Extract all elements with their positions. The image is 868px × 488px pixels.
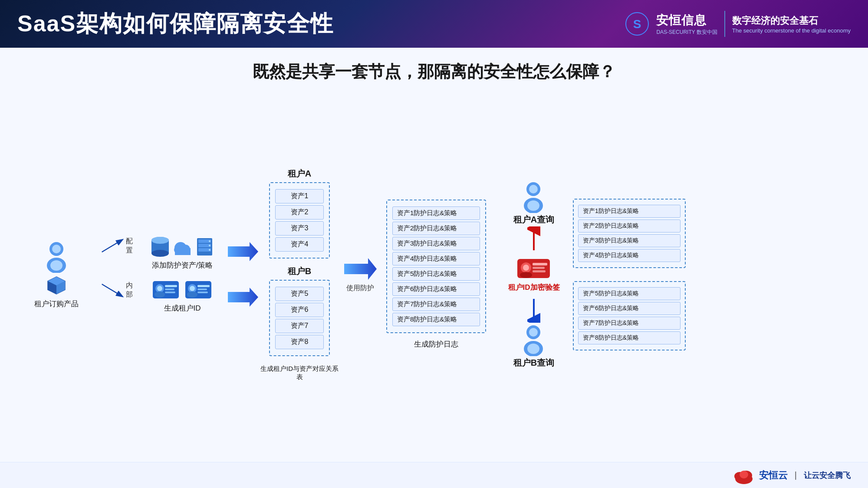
tenant-a-asset-3: 资产3 — [275, 221, 324, 236]
gen-mapping-label: 生成租户ID与资产对应关系表 — [260, 365, 339, 381]
arrow2-section: 使用防护 — [339, 256, 382, 293]
tenant-a-asset-4: 资产4 — [275, 237, 324, 252]
col-logs: 资产1防护日志&策略 资产2防护日志&策略 资产3防护日志&策略 资产4防护日志… — [382, 200, 490, 349]
tenant-b-query-box: 资产5防护日志&策略 资产6防护日志&策略 资产7防护日志&策略 资产8防护日志… — [573, 281, 686, 350]
server-icon — [195, 236, 214, 258]
svg-rect-35 — [165, 291, 175, 293]
up-red-arrow — [527, 226, 540, 252]
svg-rect-19 — [175, 248, 191, 255]
tenant-b-assets: 资产5 资产6 资产7 资产8 — [269, 280, 330, 356]
config-arrow-svg — [100, 237, 124, 255]
gen-log-label: 生成防护日志 — [414, 339, 458, 349]
diagram: 租户订购产品 配置 内部 — [13, 91, 859, 458]
logo-main-text: 安恒信息 — [656, 12, 707, 29]
tenant-a-query-item-2: 资产2防护日志&策略 — [578, 219, 681, 233]
tenant-b-query-item-2: 资产6防护日志&策略 — [578, 302, 681, 315]
gen-id-label: 生成租户ID — [164, 303, 201, 313]
tenant-a-query-label: 租户A查询 — [513, 214, 554, 226]
svg-point-29 — [209, 249, 210, 251]
log-item-4: 资产4防护日志&策略 — [392, 252, 480, 265]
internal-arrow: 内部 — [100, 281, 139, 299]
right-section: 租户A查询 — [499, 180, 859, 369]
svg-rect-57 — [533, 270, 546, 272]
query-results: 资产1防护日志&策略 资产2防护日志&策略 资产3防护日志&策略 资产4防护日志… — [573, 199, 859, 350]
log-item-3: 资产3防护日志&策略 — [392, 237, 480, 250]
svg-point-58 — [520, 272, 532, 278]
subscribe-product-icons — [46, 275, 67, 296]
svg-point-43 — [187, 291, 197, 298]
tenant-a-query-item-3: 资产3防护日志&策略 — [578, 234, 681, 247]
tenant-b-asset-1: 资产5 — [275, 287, 324, 301]
id-badge-section: 租户ID加密验签 — [508, 257, 560, 292]
log-item-8: 资产8防护日志&策略 — [392, 313, 480, 326]
svg-point-28 — [209, 245, 210, 246]
page-title: SaaS架构如何保障隔离安全性 — [17, 9, 334, 39]
tenant-b-query-label: 租户B查询 — [513, 357, 554, 369]
svg-point-67 — [740, 471, 748, 478]
footer: 安恒云 | 让云安全腾飞 — [0, 462, 868, 488]
svg-point-39 — [190, 286, 195, 291]
red-id-badge-icon — [516, 257, 551, 281]
main-content: 既然是共享一套节点，那隔离的安全性怎么保障？ 租户订购产品 — [0, 48, 868, 488]
svg-point-27 — [209, 240, 210, 242]
tenant-a-asset-1: 资产1 — [275, 189, 324, 203]
footer-logo: 安恒云 | 让云安全腾飞 — [733, 467, 851, 484]
tenant-b-query-item-1: 资产5防护日志&策略 — [578, 287, 681, 300]
product-box-icon — [46, 275, 67, 296]
logo-divider — [724, 11, 725, 37]
header: SaaS架构如何保障隔离安全性 S 安恒信息 DAS-SECURITY 数安中国… — [0, 0, 868, 48]
tenant-b-box: 租户B 资产5 资产6 资产7 资产8 — [269, 265, 330, 356]
tenant-id-sign-label: 租户ID加密验签 — [508, 282, 560, 292]
tenant-a-title: 租户A — [269, 168, 330, 180]
config-internal-arrows: 配置 内部 — [100, 237, 139, 299]
footer-cloud-icon — [733, 467, 755, 484]
svg-rect-56 — [533, 267, 545, 269]
big-arrow-2 — [344, 256, 377, 282]
tenant-a-query-box: 资产1防护日志&策略 资产2防护日志&策略 资产3防护日志&策略 资产4防护日志… — [573, 199, 686, 268]
slogan-en: The security cornerstone of the digital … — [732, 27, 851, 34]
internal-arrow-svg — [100, 282, 124, 299]
svg-point-14 — [151, 250, 169, 257]
add-assets-label: 添加防护资产/策略 — [152, 260, 213, 270]
header-right: S 安恒信息 DAS-SECURITY 数安中国 数字经济的安全基石 The s… — [625, 11, 851, 37]
tenant-b-asset-2: 资产6 — [275, 303, 324, 317]
svg-line-10 — [102, 239, 122, 252]
log-item-7: 资产7防护日志&策略 — [392, 298, 480, 311]
log-item-1: 资产1防护日志&策略 — [392, 206, 480, 220]
tenant-a-query-person: 租户A查询 — [513, 180, 554, 252]
log-box: 资产1防护日志&策略 资产2防护日志&策略 资产3防护日志&策略 资产4防护日志… — [386, 200, 486, 333]
svg-rect-55 — [533, 263, 547, 265]
slogan-cn: 数字经济的安全基石 — [732, 14, 818, 27]
svg-point-4 — [52, 245, 61, 253]
id-card-icon-1 — [152, 279, 180, 301]
log-item-2: 资产2防护日志&策略 — [392, 222, 480, 235]
subscribe-label: 租户订购产品 — [34, 299, 79, 309]
tenant-b-query-item-4: 资产8防护日志&策略 — [578, 331, 681, 344]
logo-text-area: 安恒信息 DAS-SECURITY 数安中国 — [656, 12, 717, 36]
tenant-b-query-item-3: 资产7防护日志&策略 — [578, 317, 681, 330]
col-assets-id: 添加防护资产/策略 — [139, 236, 226, 313]
db-section: 添加防护资产/策略 — [151, 236, 214, 270]
svg-point-63 — [527, 344, 539, 354]
svg-rect-42 — [197, 291, 208, 293]
tenant-b-title: 租户B — [269, 265, 330, 277]
svg-rect-34 — [165, 288, 174, 290]
svg-point-5 — [50, 260, 62, 271]
internal-label: 内部 — [126, 281, 139, 299]
svg-marker-44 — [228, 242, 258, 261]
tenant-a-person-icon — [519, 180, 548, 213]
footer-slogan: 让云安全腾飞 — [804, 470, 851, 481]
tenant-a-asset-2: 资产2 — [275, 205, 324, 219]
svg-point-50 — [527, 200, 539, 211]
db-icon-1 — [151, 236, 170, 258]
tenant-b-query-person: 租户B查询 — [513, 297, 554, 369]
subtitle: 既然是共享一套节点，那隔离的安全性怎么保障？ — [0, 48, 868, 92]
tenant-a-query-item-4: 资产4防护日志&策略 — [578, 249, 681, 262]
svg-rect-33 — [165, 285, 177, 287]
svg-point-62 — [529, 328, 538, 337]
big-arrow-1-bottom — [228, 285, 258, 309]
cloud-icon — [173, 236, 192, 258]
id-card-icons — [152, 279, 213, 301]
use-protect-label: 使用防护 — [346, 284, 374, 293]
tenant-a-box: 租户A 资产1 资产2 资产3 资产4 — [269, 168, 330, 259]
